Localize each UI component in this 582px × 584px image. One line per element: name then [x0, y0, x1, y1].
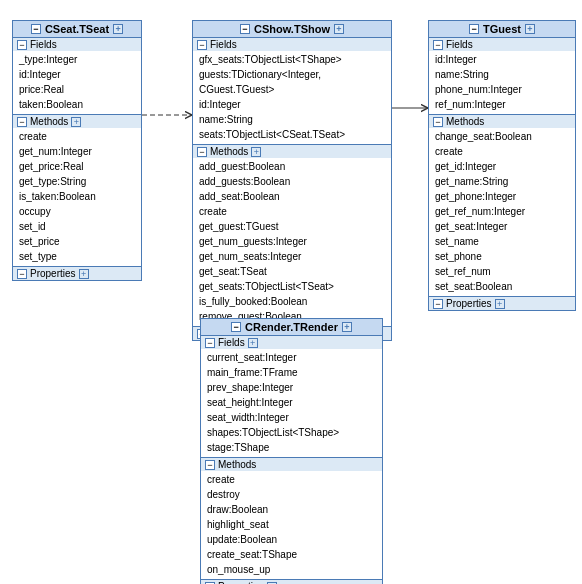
cshow-fields-expand[interactable]: −: [197, 40, 207, 50]
list-item: gfx_seats:TObjectList<TShape>: [199, 52, 385, 67]
list-item: seat_width:Integer: [207, 410, 376, 425]
list-item: get_id:Integer: [435, 159, 569, 174]
list-item: highlight_seat: [207, 517, 376, 532]
cseat-class: − CSeat.TSeat + − Fields _type:Integer i…: [12, 20, 142, 281]
cseat-fields-label: Fields: [30, 39, 57, 50]
list-item: get_num_guests:Integer: [199, 234, 385, 249]
crender-fields-body: current_seat:Integer main_frame:TFrame p…: [201, 349, 382, 457]
tguest-title: TGuest: [483, 23, 521, 35]
tguest-properties-footer: − Properties +: [429, 297, 575, 310]
list-item: set_ref_num: [435, 264, 569, 279]
tguest-expand-icon[interactable]: −: [469, 24, 479, 34]
list-item: set_name: [435, 234, 569, 249]
list-item: set_price: [19, 234, 135, 249]
list-item: prev_shape:Integer: [207, 380, 376, 395]
cshow-methods-header: − Methods +: [193, 145, 391, 158]
cshow-fields-label: Fields: [210, 39, 237, 50]
cshow-methods-body: add_guest:Boolean add_guests:Boolean add…: [193, 158, 391, 326]
list-item: id:Integer: [19, 67, 135, 82]
list-item: get_type:String: [19, 174, 135, 189]
list-item: occupy: [19, 204, 135, 219]
cshow-methods-section: − Methods + add_guest:Boolean add_guests…: [193, 145, 391, 327]
list-item: destroy: [207, 487, 376, 502]
crender-class: − CRender.TRender + − Fields + current_s…: [200, 318, 383, 584]
list-item: create: [435, 144, 569, 159]
crender-methods-section: − Methods create destroy draw:Boolean hi…: [201, 458, 382, 580]
tguest-methods-header: − Methods: [429, 115, 575, 128]
list-item: name:String: [435, 67, 569, 82]
crender-title: CRender.TRender: [245, 321, 338, 333]
crender-fields-expand[interactable]: −: [205, 338, 215, 348]
list-item: is_fully_booked:Boolean: [199, 294, 385, 309]
crender-fields-section: − Fields + current_seat:Integer main_fra…: [201, 336, 382, 458]
crender-methods-body: create destroy draw:Boolean highlight_se…: [201, 471, 382, 579]
list-item: ref_num:Integer: [435, 97, 569, 112]
list-item: is_taken:Boolean: [19, 189, 135, 204]
list-item: change_seat:Boolean: [435, 129, 569, 144]
crender-fields-plus[interactable]: +: [248, 338, 258, 348]
crender-fields-header: − Fields +: [201, 336, 382, 349]
tguest-methods-body: change_seat:Boolean create get_id:Intege…: [429, 128, 575, 296]
list-item: get_seats:TObjectList<TSeat>: [199, 279, 385, 294]
tguest-header: − TGuest +: [429, 21, 575, 38]
list-item: set_seat:Boolean: [435, 279, 569, 294]
list-item: add_guests:Boolean: [199, 174, 385, 189]
cseat-fields-header: − Fields: [13, 38, 141, 51]
cseat-methods-header: − Methods +: [13, 115, 141, 128]
tguest-fields-expand[interactable]: −: [433, 40, 443, 50]
cshow-methods-expand[interactable]: −: [197, 147, 207, 157]
list-item: id:Integer: [435, 52, 569, 67]
cseat-fields-section: − Fields _type:Integer id:Integer price:…: [13, 38, 141, 115]
cshow-title: CShow.TShow: [254, 23, 330, 35]
crender-expand-icon[interactable]: −: [231, 322, 241, 332]
crender-methods-expand[interactable]: −: [205, 460, 215, 470]
cseat-props-expand[interactable]: −: [17, 269, 27, 279]
list-item: get_name:String: [435, 174, 569, 189]
cshow-methods-label: Methods: [210, 146, 248, 157]
cseat-methods-label: Methods: [30, 116, 68, 127]
list-item: guests:TDictionary<Integer, CGuest.TGues…: [199, 67, 385, 97]
list-item: shapes:TObjectList<TShape>: [207, 425, 376, 440]
crender-fields-label: Fields: [218, 337, 245, 348]
list-item: add_seat:Boolean: [199, 189, 385, 204]
cseat-title: CSeat.TSeat: [45, 23, 109, 35]
list-item: create: [19, 129, 135, 144]
cseat-expand-icon[interactable]: −: [31, 24, 41, 34]
list-item: main_frame:TFrame: [207, 365, 376, 380]
cseat-plus-icon[interactable]: +: [113, 24, 123, 34]
list-item: get_price:Real: [19, 159, 135, 174]
list-item: current_seat:Integer: [207, 350, 376, 365]
crender-plus-icon[interactable]: +: [342, 322, 352, 332]
cseat-methods-expand[interactable]: −: [17, 117, 27, 127]
tguest-plus-icon[interactable]: +: [525, 24, 535, 34]
list-item: stage:TShape: [207, 440, 376, 455]
list-item: _type:Integer: [19, 52, 135, 67]
cshow-methods-plus[interactable]: +: [251, 147, 261, 157]
list-item: seat_height:Integer: [207, 395, 376, 410]
list-item: get_seat:Integer: [435, 219, 569, 234]
list-item: on_mouse_up: [207, 562, 376, 577]
list-item: set_phone: [435, 249, 569, 264]
tguest-fields-section: − Fields id:Integer name:String phone_nu…: [429, 38, 575, 115]
tguest-fields-label: Fields: [446, 39, 473, 50]
list-item: add_guest:Boolean: [199, 159, 385, 174]
cshow-expand-icon[interactable]: −: [240, 24, 250, 34]
cseat-methods-plus[interactable]: +: [71, 117, 81, 127]
cshow-fields-section: − Fields gfx_seats:TObjectList<TShape> g…: [193, 38, 391, 145]
crender-methods-label: Methods: [218, 459, 256, 470]
cseat-fields-expand[interactable]: −: [17, 40, 27, 50]
list-item: get_guest:TGuest: [199, 219, 385, 234]
diagram-container: − CSeat.TSeat + − Fields _type:Integer i…: [0, 0, 582, 584]
tguest-props-plus[interactable]: +: [495, 299, 505, 309]
list-item: id:Integer: [199, 97, 385, 112]
list-item: get_num_seats:Integer: [199, 249, 385, 264]
cseat-props-plus[interactable]: +: [79, 269, 89, 279]
cshow-fields-header: − Fields: [193, 38, 391, 51]
cshow-plus-icon[interactable]: +: [334, 24, 344, 34]
list-item: draw:Boolean: [207, 502, 376, 517]
tguest-methods-expand[interactable]: −: [433, 117, 443, 127]
list-item: get_seat:TSeat: [199, 264, 385, 279]
list-item: create: [207, 472, 376, 487]
tguest-props-expand[interactable]: −: [433, 299, 443, 309]
list-item: set_type: [19, 249, 135, 264]
